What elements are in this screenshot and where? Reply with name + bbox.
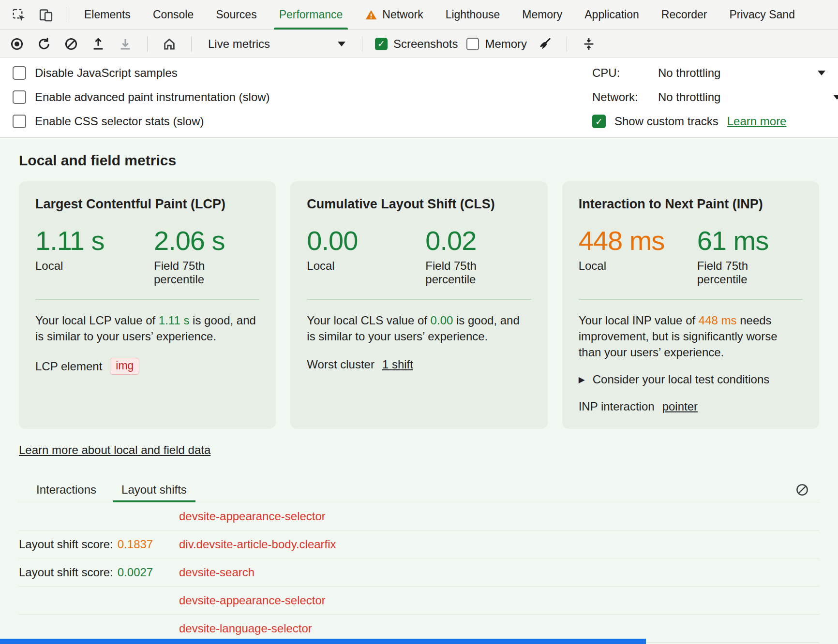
lcp-element-label: LCP element bbox=[35, 360, 102, 373]
tab-console[interactable]: Console bbox=[142, 0, 205, 29]
reload-icon bbox=[37, 37, 51, 51]
tab-interactions[interactable]: Interactions bbox=[28, 477, 105, 502]
local-label: Local bbox=[35, 259, 154, 273]
record-icon bbox=[10, 37, 24, 51]
separator bbox=[66, 7, 66, 23]
lcp-card-title: Largest Contentful Paint (LCP) bbox=[35, 197, 259, 212]
screenshots-checkbox[interactable]: ✓ Screenshots bbox=[375, 37, 458, 51]
cls-field-value: 0.02 bbox=[425, 226, 531, 255]
disable-js-samples-setting[interactable]: Disable JavaScript samples bbox=[13, 65, 270, 81]
clear-icon bbox=[795, 483, 809, 497]
inp-interaction-label: INP interaction bbox=[579, 400, 655, 413]
lcp-description: Your local LCP value of 1.11 s is good, … bbox=[35, 312, 259, 344]
tab-label: Application bbox=[584, 8, 639, 21]
layout-shift-row: devsite-appearance-selector bbox=[19, 586, 819, 615]
cpu-throttling-select[interactable]: CPU: No throttling bbox=[592, 65, 825, 81]
cls-values: 0.00 Local 0.02 Field 75th percentile bbox=[307, 226, 531, 286]
record-button[interactable] bbox=[8, 35, 26, 53]
inp-field-block: 61 ms Field 75th percentile bbox=[697, 226, 803, 286]
inp-card: Interaction to Next Paint (INP) 448 ms L… bbox=[562, 181, 819, 429]
cls-card-footer: Worst cluster 1 shift bbox=[307, 358, 531, 371]
lcp-local-value: 1.11 s bbox=[35, 226, 154, 255]
local-test-conditions-expander[interactable]: ▶ Consider your local test conditions bbox=[579, 373, 803, 386]
setting-label[interactable]: Disable JavaScript samples bbox=[35, 66, 178, 80]
learn-more-local-field-link[interactable]: Learn more about local and field data bbox=[19, 443, 210, 457]
checkbox-checked-icon[interactable]: ✓ bbox=[592, 115, 606, 128]
memory-label[interactable]: Memory bbox=[485, 37, 527, 51]
clear-button[interactable] bbox=[62, 35, 80, 53]
checkbox-icon[interactable] bbox=[466, 38, 479, 50]
show-custom-tracks-setting[interactable]: ✓ Show custom tracks Learn more bbox=[592, 113, 825, 130]
cls-local-value: 0.00 bbox=[307, 226, 425, 255]
home-icon bbox=[162, 37, 177, 51]
custom-tracks-learn-more-link[interactable]: Learn more bbox=[727, 115, 787, 128]
tab-label: Network bbox=[382, 8, 423, 21]
load-profile-button[interactable] bbox=[89, 35, 107, 53]
log-tabs: Interactions Layout shifts bbox=[19, 477, 819, 502]
worst-cluster-link[interactable]: 1 shift bbox=[382, 358, 413, 371]
inp-local-block: 448 ms Local bbox=[579, 226, 697, 286]
tab-performance[interactable]: Performance bbox=[268, 0, 354, 29]
setting-label[interactable]: Enable advanced paint instrumentation (s… bbox=[35, 90, 270, 104]
collect-garbage-button[interactable] bbox=[536, 35, 554, 53]
card-divider bbox=[35, 299, 259, 300]
history-select[interactable]: Live metrics bbox=[204, 37, 349, 51]
advanced-paint-setting[interactable]: Enable advanced paint instrumentation (s… bbox=[13, 89, 270, 105]
clear-log-button[interactable] bbox=[791, 479, 813, 501]
checkbox-icon[interactable] bbox=[13, 90, 26, 104]
shift-element-link[interactable]: div.devsite-article-body.clearfix bbox=[179, 538, 336, 551]
shift-element-link[interactable]: devsite-search bbox=[179, 566, 254, 579]
network-value[interactable]: No throttling bbox=[658, 90, 720, 104]
memory-checkbox[interactable]: Memory bbox=[466, 37, 527, 51]
setting-label[interactable]: Enable CSS selector stats (slow) bbox=[35, 115, 204, 128]
chevron-down-icon[interactable] bbox=[818, 71, 825, 75]
tab-layout-shifts[interactable]: Layout shifts bbox=[113, 477, 195, 502]
shift-element-link[interactable]: devsite-appearance-selector bbox=[179, 594, 326, 607]
shift-element-link[interactable]: devsite-language-selector bbox=[179, 622, 312, 635]
tab-sources[interactable]: Sources bbox=[205, 0, 268, 29]
local-label: Local bbox=[579, 259, 697, 273]
checkbox-icon[interactable] bbox=[13, 115, 26, 128]
checkbox-icon[interactable] bbox=[13, 66, 26, 80]
tab-label: Performance bbox=[279, 8, 343, 21]
score-label: Layout shift score: bbox=[19, 538, 113, 551]
tab-elements[interactable]: Elements bbox=[73, 0, 142, 29]
screenshots-label[interactable]: Screenshots bbox=[393, 37, 458, 51]
inp-card-footer: INP interaction pointer bbox=[579, 400, 803, 413]
inp-interaction-link[interactable]: pointer bbox=[662, 400, 698, 413]
chevron-down-icon bbox=[338, 42, 345, 46]
device-toolbar-button[interactable] bbox=[35, 4, 57, 26]
chevron-down-icon[interactable] bbox=[833, 95, 838, 100]
score-cell: Layout shift score: 0.0027 bbox=[19, 566, 179, 579]
performance-toolbar: Live metrics ✓ Screenshots Memory bbox=[0, 30, 838, 58]
css-selector-stats-setting[interactable]: Enable CSS selector stats (slow) bbox=[13, 113, 270, 130]
cpu-value[interactable]: No throttling bbox=[658, 66, 720, 80]
setting-label[interactable]: Show custom tracks bbox=[614, 115, 718, 128]
shift-element-link[interactable]: devsite-appearance-selector bbox=[179, 510, 326, 523]
horizontal-scrollbar-thumb[interactable] bbox=[0, 639, 646, 644]
tab-label: Console bbox=[153, 8, 194, 21]
tab-label: Lighthouse bbox=[446, 8, 500, 21]
tab-recorder[interactable]: Recorder bbox=[650, 0, 718, 29]
tab-lighthouse[interactable]: Lighthouse bbox=[434, 0, 511, 29]
inspect-element-button[interactable] bbox=[8, 4, 30, 26]
compact-memory-button[interactable] bbox=[580, 35, 598, 53]
network-throttling-select[interactable]: Network: No throttling bbox=[592, 89, 825, 105]
desc-value: 448 ms bbox=[699, 314, 737, 327]
tab-memory[interactable]: Memory bbox=[511, 0, 573, 29]
device-toolbar-icon bbox=[39, 8, 53, 22]
tab-application[interactable]: Application bbox=[573, 0, 650, 29]
clear-icon bbox=[64, 37, 78, 51]
save-profile-button[interactable] bbox=[116, 35, 135, 53]
live-metrics-log: Interactions Layout shifts devsite-appea… bbox=[19, 477, 819, 644]
cls-description: Your local CLS value of 0.00 is good, an… bbox=[307, 312, 531, 344]
home-button[interactable] bbox=[160, 35, 179, 53]
tab-privacy-sandbox[interactable]: Privacy Sand bbox=[718, 0, 806, 29]
separator bbox=[567, 36, 567, 52]
reload-and-record-button[interactable] bbox=[35, 35, 53, 53]
checkbox-checked-icon[interactable]: ✓ bbox=[375, 38, 388, 50]
tab-network[interactable]: Network bbox=[354, 0, 434, 29]
separator bbox=[362, 36, 362, 52]
lcp-field-value: 2.06 s bbox=[154, 226, 259, 255]
lcp-element-badge[interactable]: img bbox=[110, 358, 139, 375]
